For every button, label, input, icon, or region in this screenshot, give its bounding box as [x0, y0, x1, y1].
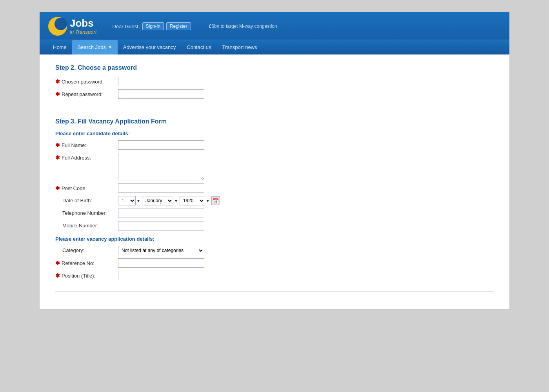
- full-name-label: ✱ Full Name:: [55, 140, 118, 148]
- position-row: ✱ Position (Title):: [55, 271, 494, 280]
- step3-title: Step 3. Fill Vacancy Application Form: [55, 118, 494, 125]
- reference-row: ✱ Reference No:: [55, 258, 494, 268]
- step3-section: Step 3. Fill Vacancy Application Form Pl…: [55, 118, 494, 292]
- mobile-label: Mobile Number:: [55, 221, 118, 229]
- full-name-row: ✱ Full Name:: [55, 140, 494, 150]
- logo-area: Jobs in Transport: [47, 16, 96, 36]
- news-text: £6bn to target M-way congestion: [209, 24, 277, 29]
- chosen-password-input[interactable]: [118, 77, 204, 86]
- post-code-star: ✱: [55, 185, 60, 191]
- position-label: ✱ Position (Title):: [55, 271, 118, 279]
- repeat-password-row: ✱ Repeat password:: [55, 89, 494, 99]
- chosen-password-row: ✱ Chosen password:: [55, 77, 494, 86]
- telephone-label: Telephone Number:: [55, 209, 118, 216]
- category-select[interactable]: Not listed at any of categories: [118, 246, 204, 255]
- chosen-password-label: ✱ Chosen password:: [55, 77, 118, 85]
- reference-input[interactable]: [118, 258, 204, 268]
- full-address-label: ✱ Full Address:: [55, 153, 118, 161]
- search-jobs-dropdown-arrow: ▼: [108, 45, 112, 49]
- dob-month-select[interactable]: January: [142, 196, 173, 205]
- dob-day-select[interactable]: 1: [118, 196, 136, 205]
- logo-icon: [47, 16, 68, 36]
- nav-item-advertise[interactable]: Advertise your vacancy: [118, 40, 181, 54]
- register-button[interactable]: Register: [166, 22, 191, 30]
- dob-year-arrow: ▼: [206, 199, 210, 203]
- main-content: Step 2. Choose a password ✱ Chosen passw…: [40, 54, 509, 309]
- repeat-password-star: ✱: [55, 91, 60, 97]
- full-address-input[interactable]: [118, 153, 204, 180]
- reference-star: ✱: [55, 260, 60, 266]
- post-code-input[interactable]: [118, 183, 204, 193]
- nav-bar: Home Search Jobs ▼ Advertise your vacanc…: [40, 40, 509, 54]
- reference-label: ✱ Reference No:: [55, 258, 118, 266]
- dob-inputs: 1 ▼ January ▼ 1920 ▼ 📅: [118, 196, 220, 205]
- header-top: Jobs in Transport Dear Guest, Sign-in Re…: [40, 12, 509, 40]
- category-row: Category: Not listed at any of categorie…: [55, 246, 494, 255]
- svg-point-1: [55, 18, 67, 30]
- dob-day-arrow: ▼: [136, 199, 140, 203]
- step3-subtitle: Please enter candidate details:: [55, 131, 494, 136]
- telephone-input[interactable]: [118, 209, 204, 218]
- mobile-row: Mobile Number:: [55, 221, 494, 230]
- signin-button[interactable]: Sign-in: [142, 22, 164, 30]
- full-address-row: ✱ Full Address:: [55, 153, 494, 180]
- full-name-star: ✱: [55, 142, 60, 148]
- telephone-row: Telephone Number:: [55, 209, 494, 218]
- post-code-label: ✱ Post Code:: [55, 183, 118, 191]
- dob-row: Date of Birth: 1 ▼ January ▼ 1920 ▼ 📅: [55, 196, 494, 205]
- logo-jobs-text: Jobs: [70, 18, 96, 29]
- nav-item-transport-news[interactable]: Transport news: [216, 40, 262, 54]
- nav-item-home[interactable]: Home: [47, 40, 72, 54]
- logo-sub-text: in Transport: [70, 29, 96, 35]
- header-info: Dear Guest, Sign-in Register £6bn to tar…: [112, 22, 502, 30]
- nav-item-contact[interactable]: Contact us: [181, 40, 216, 54]
- vacancy-subtitle: Please enter vacancy application details…: [55, 236, 494, 242]
- position-input[interactable]: [118, 271, 204, 280]
- calendar-icon[interactable]: 📅: [211, 196, 220, 205]
- step2-section: Step 2. Choose a password ✱ Chosen passw…: [55, 64, 494, 110]
- step2-title: Step 2. Choose a password: [55, 64, 494, 71]
- position-star: ✱: [55, 272, 60, 279]
- greeting-text: Dear Guest,: [112, 24, 140, 29]
- dob-label: Date of Birth:: [55, 196, 118, 203]
- nav-item-search-jobs[interactable]: Search Jobs ▼: [72, 40, 118, 54]
- dob-month-arrow: ▼: [174, 199, 178, 203]
- main-container: Jobs in Transport Dear Guest, Sign-in Re…: [39, 12, 510, 310]
- repeat-password-input[interactable]: [118, 89, 204, 99]
- full-name-input[interactable]: [118, 140, 204, 150]
- repeat-password-label: ✱ Repeat password:: [55, 89, 118, 97]
- category-label: Category:: [55, 246, 118, 253]
- header: Jobs in Transport Dear Guest, Sign-in Re…: [40, 12, 509, 54]
- chosen-password-star: ✱: [55, 78, 60, 85]
- mobile-input[interactable]: [118, 221, 204, 230]
- dob-year-select[interactable]: 1920: [180, 196, 205, 205]
- post-code-row: ✱ Post Code:: [55, 183, 494, 193]
- full-address-star: ✱: [55, 154, 60, 161]
- logo-text-group: Jobs in Transport: [70, 18, 96, 35]
